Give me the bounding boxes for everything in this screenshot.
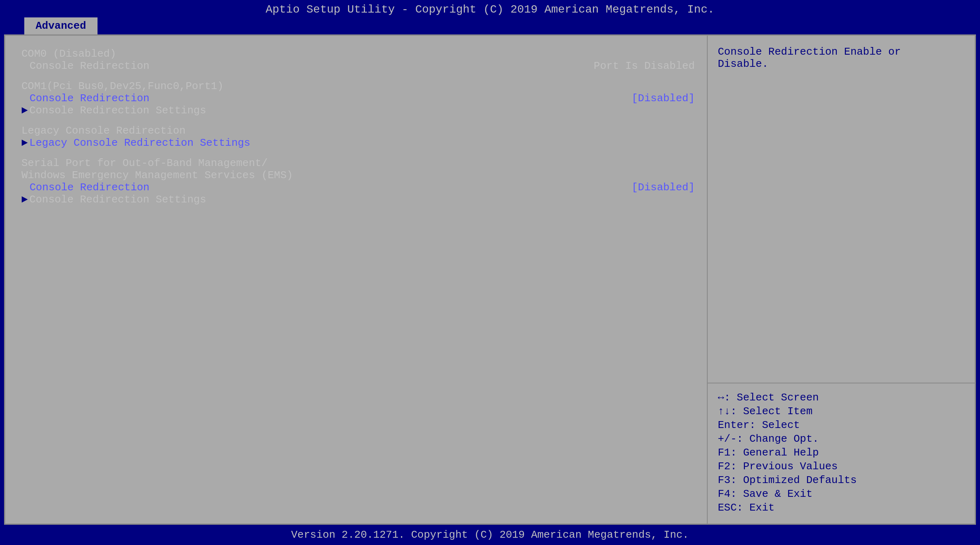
help-text: Console Redirection Enable or Disable. — [708, 36, 975, 383]
main-content: COM0 (Disabled) Console Redirection Port… — [4, 34, 976, 525]
serial-redirection-label: Console Redirection — [30, 181, 149, 194]
help-line2: Disable. — [718, 58, 965, 70]
left-panel: COM0 (Disabled) Console Redirection Port… — [5, 36, 708, 524]
com1-redirection-row[interactable]: Console Redirection [Disabled] — [21, 92, 695, 104]
key-line: F1: General Help — [718, 447, 965, 459]
key-line: ↑↓: Select Item — [718, 405, 965, 417]
footer: Version 2.20.1271. Copyright (C) 2019 Am… — [0, 525, 980, 545]
serial-redirection-value: [Disabled] — [632, 181, 695, 194]
com0-redirection-value: Port Is Disabled — [594, 60, 695, 72]
legacy-section: Legacy Console Redirection ► Legacy Cons… — [21, 125, 695, 149]
serial-header-line1: Serial Port for Out-of-Band Management/ — [21, 157, 695, 169]
com1-header: COM1(Pci Bus0,Dev25,Func0,Port1) — [21, 80, 695, 92]
serial-settings-row[interactable]: ► Console Redirection Settings — [21, 194, 695, 206]
key-line: +/-: Change Opt. — [718, 433, 965, 445]
com1-redirection-value: [Disabled] — [632, 92, 695, 104]
right-panel: Console Redirection Enable or Disable. ↔… — [708, 36, 975, 524]
serial-redirection-row[interactable]: Console Redirection [Disabled] — [21, 181, 695, 194]
key-line: ESC: Exit — [718, 502, 965, 514]
tab-bar: Advanced — [0, 17, 980, 34]
title-bar: Aptio Setup Utility - Copyright (C) 2019… — [0, 0, 980, 17]
legacy-header: Legacy Console Redirection — [21, 125, 695, 137]
key-line: F4: Save & Exit — [718, 488, 965, 500]
help-line1: Console Redirection Enable or — [718, 46, 965, 58]
serial-section: Serial Port for Out-of-Band Management/ … — [21, 157, 695, 206]
com1-settings-label: Console Redirection Settings — [30, 104, 695, 117]
serial-settings-label: Console Redirection Settings — [30, 194, 695, 206]
key-help: ↔: Select Screen↑↓: Select ItemEnter: Se… — [708, 383, 975, 524]
com1-settings-arrow: ► — [21, 104, 28, 117]
tab-advanced[interactable]: Advanced — [24, 17, 98, 34]
com0-section: COM0 (Disabled) Console Redirection Port… — [21, 48, 695, 72]
key-line: F3: Optimized Defaults — [718, 474, 965, 486]
com1-redirection-label: Console Redirection — [30, 92, 149, 104]
com0-header: COM0 (Disabled) — [21, 48, 695, 60]
com0-redirection-label: Console Redirection — [30, 60, 149, 72]
key-line: ↔: Select Screen — [718, 392, 965, 404]
legacy-settings-arrow: ► — [21, 137, 28, 149]
com0-redirection-row: Console Redirection Port Is Disabled — [21, 60, 695, 72]
serial-settings-arrow: ► — [21, 194, 28, 206]
com1-section: COM1(Pci Bus0,Dev25,Func0,Port1) Console… — [21, 80, 695, 117]
key-line: Enter: Select — [718, 419, 965, 431]
serial-header-line2: Windows Emergency Management Services (E… — [21, 169, 695, 181]
legacy-settings-label: Legacy Console Redirection Settings — [30, 137, 695, 149]
com1-redirection-settings-row[interactable]: ► Console Redirection Settings — [21, 104, 695, 117]
legacy-settings-row[interactable]: ► Legacy Console Redirection Settings — [21, 137, 695, 149]
key-line: F2: Previous Values — [718, 460, 965, 473]
header-title: Aptio Setup Utility - Copyright (C) 2019… — [266, 3, 715, 16]
footer-text: Version 2.20.1271. Copyright (C) 2019 Am… — [291, 529, 689, 541]
